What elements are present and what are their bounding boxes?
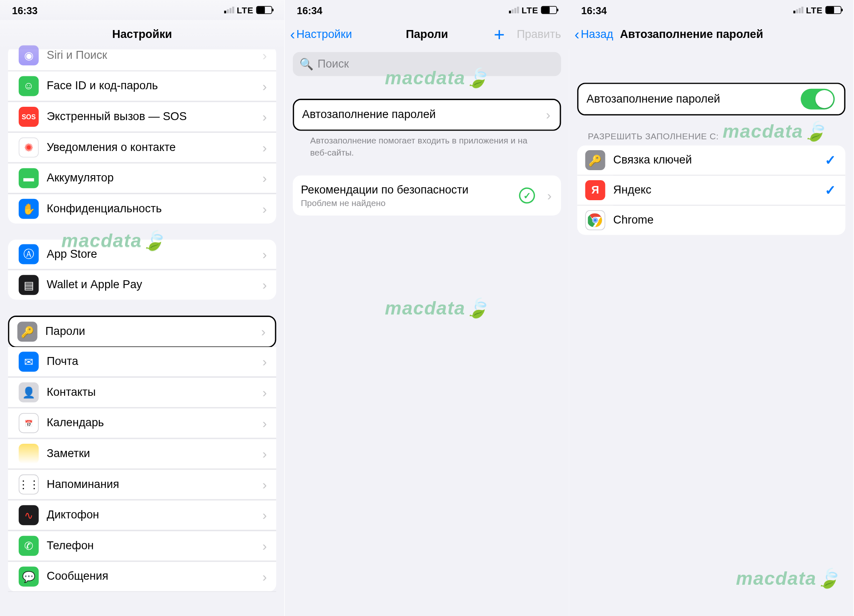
settings-row-calendar[interactable]: 📅 Календарь › xyxy=(8,408,276,439)
row-label: App Store xyxy=(47,248,254,261)
recommendations-group: Рекомендации по безопасности Проблем не … xyxy=(293,176,561,216)
row-label: Пароли xyxy=(45,325,253,338)
settings-group-general: ◉ Siri и Поиск › ☺ Face ID и код-пароль … xyxy=(8,45,276,224)
autofill-toggle-row: Автозаполнение паролей xyxy=(579,84,844,114)
settings-row-sos[interactable]: SOS Экстренный вызов — SOS › xyxy=(8,101,276,132)
status-bar: 16:33 LTE xyxy=(0,0,284,20)
chevron-right-icon: › xyxy=(262,140,267,155)
edit-button[interactable]: Править xyxy=(517,28,561,41)
back-button[interactable]: ‹ Настройки xyxy=(290,28,352,41)
signal-icon xyxy=(794,7,804,13)
chevron-right-icon: › xyxy=(261,324,266,339)
contacts-icon: 👤 xyxy=(19,382,39,402)
settings-row-messages[interactable]: 💬 Сообщения › xyxy=(8,561,276,592)
back-button[interactable]: ‹ Назад xyxy=(575,28,613,41)
row-label: Экстренный вызов — SOS xyxy=(47,110,254,123)
settings-row-privacy[interactable]: ✋ Конфиденциальность › xyxy=(8,194,276,224)
network-lte: LTE xyxy=(806,5,823,15)
yandex-icon: Я xyxy=(585,180,605,200)
settings-row-voice[interactable]: ∿ Диктофон › xyxy=(8,500,276,531)
exposure-icon: ✺ xyxy=(19,138,39,158)
signal-icon xyxy=(509,7,519,13)
settings-row-mail[interactable]: ✉ Почта › xyxy=(8,347,276,377)
row-label: Wallet и Apple Pay xyxy=(47,278,254,292)
row-label: Face ID и код-пароль xyxy=(47,79,254,93)
settings-row-contacts[interactable]: 👤 Контакты › xyxy=(8,377,276,408)
add-button[interactable]: + xyxy=(494,28,505,41)
messages-icon: 💬 xyxy=(19,566,39,586)
autofill-toggle[interactable] xyxy=(801,89,835,110)
chevron-right-icon: › xyxy=(546,107,550,123)
nav-bar: ‹ Настройки Пароли + Править xyxy=(285,20,569,49)
settings-screen: 16:33 LTE Настройки ◉ Siri и Поиск › ☺ F… xyxy=(0,0,284,616)
chevron-right-icon: › xyxy=(262,538,267,553)
status-bar: 16:34 LTE xyxy=(569,0,854,20)
appstore-icon: Ⓐ xyxy=(19,244,39,264)
settings-row-battery[interactable]: ▬ Аккумулятор › xyxy=(8,163,276,194)
chevron-right-icon: › xyxy=(262,354,267,370)
settings-row-reminders[interactable]: ⋮⋮ Напоминания › xyxy=(8,469,276,500)
autofill-screen: 16:34 LTE ‹ Назад Автозаполнение паролей… xyxy=(569,0,854,616)
key-icon: 🔑 xyxy=(585,150,605,170)
autofill-row[interactable]: Автозаполнение паролей › xyxy=(294,100,560,129)
battery-icon xyxy=(541,6,557,14)
row-label: Напоминания xyxy=(47,478,254,491)
back-label: Настройки xyxy=(296,28,352,41)
security-recommendations-row[interactable]: Рекомендации по безопасности Проблем не … xyxy=(293,176,561,216)
watermark: macdata🍃 xyxy=(736,567,841,589)
autofill-footer: Автозаполнение помогает входить в прилож… xyxy=(293,131,561,158)
chevron-right-icon: › xyxy=(262,171,267,186)
row-label: Конфиденциальность xyxy=(47,202,254,216)
row-label: Автозаполнение паролей xyxy=(302,108,538,121)
chrome-icon xyxy=(585,210,605,230)
settings-row-passwords[interactable]: 🔑 Пароли › xyxy=(9,317,275,346)
calendar-icon: 📅 xyxy=(19,413,39,433)
chevron-right-icon: › xyxy=(262,277,267,293)
privacy-icon: ✋ xyxy=(19,199,39,219)
highlight-passwords: 🔑 Пароли › xyxy=(8,316,276,348)
page-title: Автозаполнение паролей xyxy=(620,28,763,41)
row-label: Календарь xyxy=(47,416,254,430)
checkmark-icon: ✓ xyxy=(825,182,836,198)
provider-yandex[interactable]: Я Яндекс ✓ xyxy=(578,175,846,205)
row-label: Chrome xyxy=(613,214,836,227)
settings-row-notes[interactable]: Заметки › xyxy=(8,438,276,469)
chevron-right-icon: › xyxy=(262,477,267,492)
notes-icon xyxy=(19,444,39,464)
nav-right: + Править xyxy=(494,28,561,41)
mail-icon: ✉ xyxy=(19,352,39,372)
battery-icon xyxy=(256,6,272,14)
reminders-icon: ⋮⋮ xyxy=(19,475,39,495)
status-right: LTE xyxy=(794,5,841,15)
page-title: Настройки xyxy=(112,28,172,41)
chevron-right-icon: › xyxy=(262,385,267,400)
row-label: Сообщения xyxy=(47,570,254,583)
settings-row-wallet[interactable]: ▤ Wallet и Apple Pay › xyxy=(8,269,276,299)
row-label: Аккумулятор xyxy=(47,171,254,185)
chevron-left-icon: ‹ xyxy=(575,28,580,40)
settings-row-appstore[interactable]: Ⓐ App Store › xyxy=(8,239,276,269)
provider-keychain[interactable]: 🔑 Связка ключей ✓ xyxy=(578,146,846,175)
search-field[interactable]: 🔍 Поиск xyxy=(293,52,561,76)
signal-icon xyxy=(224,7,234,13)
provider-chrome[interactable]: Chrome xyxy=(578,205,846,235)
checkmark-icon: ✓ xyxy=(825,152,836,168)
settings-row-phone[interactable]: ✆ Телефон › xyxy=(8,531,276,561)
chevron-right-icon: › xyxy=(262,109,267,125)
row-sublabel: Проблем не найдено xyxy=(301,198,511,208)
row-label: Связка ключей xyxy=(613,153,817,167)
nav-bar: ‹ Назад Автозаполнение паролей xyxy=(569,20,854,49)
providers-list: 🔑 Связка ключей ✓ Я Яндекс ✓ Chrome xyxy=(578,146,846,235)
wallet-icon: ▤ xyxy=(19,275,39,295)
settings-group-apps: ✉ Почта › 👤 Контакты › 📅 Календарь › Зам… xyxy=(8,347,276,592)
settings-row-exposure[interactable]: ✺ Уведомления о контакте › xyxy=(8,132,276,163)
status-time: 16:34 xyxy=(581,4,607,15)
status-time: 16:33 xyxy=(12,4,38,15)
chevron-right-icon: › xyxy=(262,48,267,63)
page-title: Пароли xyxy=(406,28,448,41)
settings-row-siri[interactable]: ◉ Siri и Поиск › xyxy=(8,45,276,71)
settings-row-faceid[interactable]: ☺ Face ID и код-пароль › xyxy=(8,71,276,102)
status-right: LTE xyxy=(224,5,272,15)
search-placeholder: Поиск xyxy=(317,58,349,71)
settings-group-store: Ⓐ App Store › ▤ Wallet и Apple Pay › xyxy=(8,239,276,299)
